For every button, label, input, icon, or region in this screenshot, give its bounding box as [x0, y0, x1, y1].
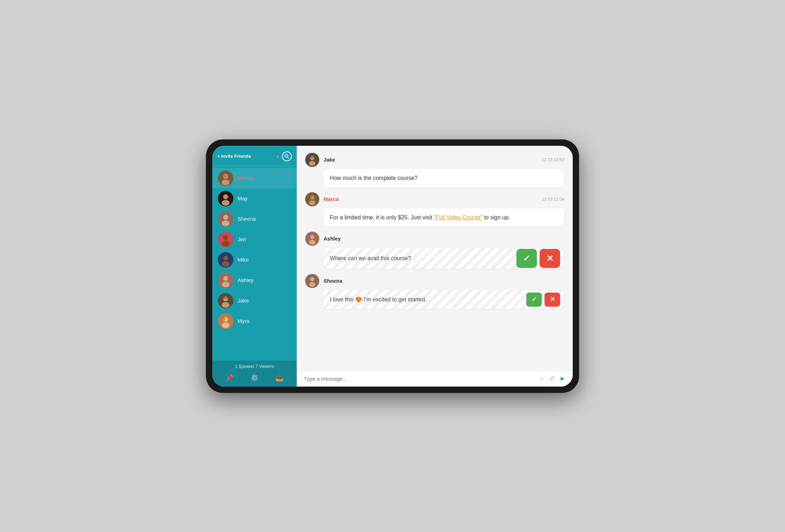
user-list: Marco May — [212, 166, 297, 361]
svg-point-8 — [223, 194, 228, 199]
message-sheena: Sheena I love this 😍 I'm excited to get … — [305, 274, 564, 309]
avatar-mike — [218, 252, 233, 268]
svg-point-35 — [310, 195, 314, 200]
msg-avatar-jake — [305, 153, 319, 167]
message-input[interactable] — [304, 376, 534, 382]
sidebar-item-ashley[interactable]: Ashley — [212, 270, 297, 290]
svg-point-4 — [222, 180, 230, 185]
moderation-actions-sheena: ✓ ✕ — [526, 293, 560, 307]
username-jake: Jake — [238, 298, 249, 303]
approve-button-ashley[interactable]: ✓ — [516, 249, 537, 268]
username-jen: Jen — [238, 236, 246, 242]
message-marco: Marco 12-23 12:54 For a limited time, it… — [305, 192, 564, 227]
username-sheena: Sheena — [238, 216, 256, 222]
svg-point-15 — [222, 241, 230, 246]
username-marco: Marco — [238, 175, 253, 181]
svg-point-6 — [226, 176, 227, 176]
messages-container: Jake 12-23 12:53 How much is the complet… — [297, 146, 573, 370]
msg-timestamp-marco: 12-23 12:54 — [542, 197, 564, 202]
svg-point-41 — [309, 240, 315, 245]
pin-icon[interactable]: 📌 — [226, 374, 233, 382]
svg-point-9 — [222, 200, 230, 206]
svg-point-40 — [310, 235, 314, 239]
svg-point-32 — [309, 161, 315, 166]
svg-point-14 — [223, 235, 228, 240]
msg-bubble-marco: For a limited time, it is only $25. Just… — [324, 208, 564, 227]
attachment-icon[interactable]: 🖇 — [549, 375, 555, 382]
sidebar-footer: 1 Speaker 7 Viewers 📌 ⚙️ 📤 — [212, 361, 297, 387]
sidebar-item-sheena[interactable]: Sheena — [212, 209, 297, 229]
svg-point-20 — [223, 276, 228, 281]
send-icon[interactable]: ► — [559, 375, 566, 382]
reject-button-sheena[interactable]: ✕ — [545, 293, 560, 307]
svg-point-44 — [309, 282, 315, 287]
message-jake: Jake 12-23 12:53 How much is the complet… — [305, 153, 564, 187]
message-header-marco: Marco 12-23 12:54 — [305, 192, 564, 206]
msg-text-sheena: I love this 😍 I'm excited to get started… — [330, 295, 427, 304]
svg-point-37 — [311, 196, 312, 198]
msg-bubble-ashley: Where can we avail this course? ✓ ✕ — [324, 248, 564, 269]
svg-point-36 — [309, 200, 315, 205]
reject-button-ashley[interactable]: ✕ — [540, 249, 560, 268]
svg-point-3 — [223, 174, 228, 179]
invite-friends-button[interactable]: + Invite Friends — [217, 154, 251, 159]
svg-point-29 — [224, 318, 225, 319]
chat-area: Jake 12-23 12:53 How much is the complet… — [297, 146, 573, 387]
svg-point-31 — [310, 156, 314, 160]
app-container: + Invite Friends ‹ — [212, 146, 573, 387]
avatar-jake — [218, 293, 233, 308]
username-myra: Myra — [238, 318, 249, 324]
svg-point-5 — [224, 175, 226, 177]
sidebar-item-mike[interactable]: Mike — [212, 250, 297, 270]
search-button[interactable] — [282, 151, 292, 161]
sidebar-item-jen[interactable]: Jen — [212, 229, 297, 250]
sidebar-header-actions: ‹ — [277, 151, 292, 161]
avatar-myra — [218, 313, 233, 329]
username-ashley: Ashley — [238, 277, 253, 283]
msg-timestamp-jake: 12-23 12:53 — [542, 157, 564, 162]
avatar-ashley — [218, 273, 233, 288]
chevron-left-icon[interactable]: ‹ — [277, 153, 278, 159]
moderation-actions-ashley: ✓ ✕ — [516, 249, 560, 268]
message-header-jake: Jake 12-23 12:53 — [305, 153, 564, 167]
avatar-marco — [218, 170, 233, 186]
message-header-ashley: Ashley — [305, 232, 564, 246]
approve-button-sheena[interactable]: ✓ — [526, 293, 542, 307]
sidebar-header: + Invite Friends ‹ — [212, 146, 297, 166]
svg-point-11 — [223, 215, 228, 220]
svg-point-38 — [313, 197, 314, 198]
avatar-may — [218, 191, 233, 206]
device-frame: + Invite Friends ‹ — [206, 139, 579, 393]
sidebar-item-may[interactable]: May — [212, 188, 297, 209]
avatar-jen — [218, 232, 233, 247]
message-header-sheena: Sheena — [305, 274, 564, 288]
course-link[interactable]: "Full Video Course" — [434, 214, 482, 220]
message-ashley: Ashley Where can we avail this course? ✓… — [305, 232, 564, 269]
chat-input-area: ☺ 🖇 ► — [297, 370, 573, 387]
msg-bubble-jake: How much is the complete course? — [324, 169, 564, 187]
svg-line-1 — [288, 157, 289, 158]
svg-point-17 — [223, 256, 228, 261]
sidebar: + Invite Friends ‹ — [212, 146, 297, 387]
sidebar-item-jake[interactable]: Jake — [212, 290, 297, 311]
msg-sender-jake: Jake — [324, 157, 538, 163]
svg-rect-25 — [224, 297, 228, 298]
svg-point-21 — [222, 282, 230, 287]
settings-icon[interactable]: ⚙️ — [251, 374, 258, 382]
msg-avatar-marco — [305, 192, 319, 206]
svg-point-43 — [310, 277, 314, 281]
sidebar-item-myra[interactable]: Myra — [212, 311, 297, 331]
avatar-sheena — [218, 211, 233, 227]
msg-text-ashley: Where can we avail this course? — [330, 254, 411, 263]
msg-avatar-ashley — [305, 232, 319, 246]
export-icon[interactable]: 📤 — [276, 374, 283, 382]
input-actions: ☺ 🖇 ► — [538, 375, 566, 382]
emoji-icon[interactable]: ☺ — [538, 375, 545, 382]
svg-point-18 — [222, 261, 230, 267]
sidebar-actions: 📌 ⚙️ 📤 — [217, 373, 292, 383]
msg-sender-marco: Marco — [324, 196, 538, 202]
svg-rect-33 — [310, 157, 314, 158]
msg-avatar-sheena — [305, 274, 319, 288]
msg-bubble-sheena: I love this 😍 I'm excited to get started… — [324, 290, 564, 309]
sidebar-item-marco[interactable]: Marco — [212, 168, 297, 188]
